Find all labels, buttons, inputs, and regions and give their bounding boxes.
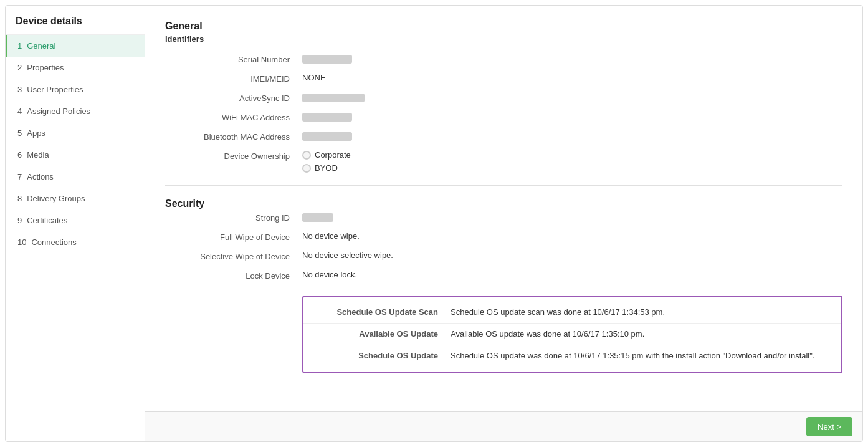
- activesync-redacted: [302, 94, 365, 102]
- sidebar-item-actions[interactable]: 7 Actions: [6, 166, 145, 188]
- activesync-value: [302, 92, 842, 102]
- lock-device-label: Lock Device: [165, 270, 302, 281]
- schedule-scan-value: Schedule OS update scan was done at 10/6…: [451, 307, 831, 318]
- imei-row: IMEI/MEID NONE: [165, 73, 842, 84]
- imei-value: NONE: [302, 73, 842, 82]
- bluetooth-value: [302, 131, 842, 141]
- ownership-row: Device Ownership Corporate BYOD: [165, 150, 842, 173]
- nav-number-3: 3: [17, 85, 22, 94]
- available-update-value: Available OS update was done at 10/6/17 …: [451, 329, 831, 340]
- general-section: General Identifiers Serial Number IMEI/M…: [165, 21, 842, 173]
- strong-id-row: Strong ID: [165, 212, 842, 223]
- nav-number-2: 2: [17, 63, 22, 72]
- security-section: Security Strong ID Full Wipe of Device N…: [165, 198, 842, 373]
- ownership-label: Device Ownership: [165, 150, 302, 161]
- sidebar: Device details 1 General 2 Properties 3 …: [6, 6, 145, 441]
- sidebar-item-assigned-policies[interactable]: 4 Assigned Policies: [6, 100, 145, 122]
- imei-label: IMEI/MEID: [165, 73, 302, 84]
- highlight-section: Schedule OS Update Scan Schedule OS upda…: [165, 289, 842, 373]
- full-wipe-value: No device wipe.: [302, 231, 842, 241]
- sidebar-item-delivery-groups[interactable]: 8 Delivery Groups: [6, 188, 145, 209]
- sidebar-item-certificates[interactable]: 9 Certificates: [6, 209, 145, 231]
- sidebar-item-media[interactable]: 6 Media: [6, 144, 145, 166]
- nav-number-9: 9: [17, 216, 22, 225]
- nav-label-connections: Connections: [31, 238, 76, 247]
- nav-label-media: Media: [27, 150, 49, 160]
- sidebar-item-apps[interactable]: 5 Apps: [6, 122, 145, 144]
- strong-id-redacted: [302, 213, 333, 222]
- highlight-box: Schedule OS Update Scan Schedule OS upda…: [302, 296, 842, 373]
- bluetooth-redacted: [302, 132, 352, 141]
- next-button[interactable]: Next >: [806, 417, 852, 436]
- identifiers-subtitle: Identifiers: [165, 34, 842, 44]
- nav-label-actions: Actions: [27, 172, 54, 181]
- selective-wipe-label: Selective Wipe of Device: [165, 251, 302, 261]
- selective-wipe-value: No device selective wipe.: [302, 251, 842, 260]
- serial-number-redacted: [302, 55, 352, 64]
- ownership-radio-group: Corporate BYOD: [302, 150, 842, 173]
- nav-label-general: General: [27, 41, 55, 50]
- security-title: Security: [165, 198, 842, 209]
- nav-number-1: 1: [17, 41, 22, 50]
- selective-wipe-row: Selective Wipe of Device No device selec…: [165, 251, 842, 261]
- radio-byod: BYOD: [302, 163, 842, 173]
- schedule-scan-row: Schedule OS Update Scan Schedule OS upda…: [303, 302, 841, 323]
- available-update-label: Available OS Update: [313, 329, 451, 339]
- serial-number-value: [302, 54, 842, 64]
- radio-corporate-circle: [302, 151, 311, 160]
- schedule-scan-label: Schedule OS Update Scan: [313, 307, 451, 317]
- nav-label-properties: Properties: [27, 63, 64, 72]
- nav-number-10: 10: [17, 238, 26, 247]
- nav-label-certificates: Certificates: [27, 216, 67, 225]
- sidebar-item-user-properties[interactable]: 3 User Properties: [6, 79, 145, 100]
- nav-label-delivery-groups: Delivery Groups: [27, 194, 85, 203]
- wifi-redacted: [302, 113, 352, 122]
- nav-label-apps: Apps: [27, 128, 45, 138]
- nav-number-6: 6: [17, 150, 22, 160]
- nav-number-4: 4: [17, 107, 22, 116]
- sidebar-item-connections[interactable]: 10 Connections: [6, 231, 145, 253]
- wifi-value: [302, 112, 842, 122]
- bluetooth-row: Bluetooth MAC Address: [165, 131, 842, 142]
- serial-number-row: Serial Number: [165, 54, 842, 64]
- nav-label-user-properties: User Properties: [27, 85, 83, 94]
- nav-number-7: 7: [17, 172, 22, 181]
- activesync-label: ActiveSync ID: [165, 92, 302, 103]
- activesync-row: ActiveSync ID: [165, 92, 842, 103]
- radio-corporate: Corporate: [302, 150, 842, 160]
- sidebar-title: Device details: [6, 6, 145, 35]
- sidebar-item-general[interactable]: 1 General: [6, 35, 145, 57]
- serial-number-label: Serial Number: [165, 54, 302, 64]
- nav-label-assigned-policies: Assigned Policies: [27, 107, 90, 116]
- radio-corporate-label: Corporate: [315, 150, 351, 160]
- footer: Next >: [145, 411, 862, 441]
- section-divider-1: [165, 185, 842, 186]
- main-content: General Identifiers Serial Number IMEI/M…: [145, 6, 862, 411]
- nav-number-5: 5: [17, 128, 22, 138]
- strong-id-label: Strong ID: [165, 212, 302, 223]
- nav-number-8: 8: [17, 194, 22, 203]
- general-title: General: [165, 21, 842, 32]
- schedule-update-value: Schedule OS update was done at 10/6/17 1…: [451, 350, 831, 362]
- full-wipe-row: Full Wipe of Device No device wipe.: [165, 231, 842, 242]
- radio-byod-circle: [302, 164, 311, 173]
- wifi-row: WiFi MAC Address: [165, 112, 842, 122]
- radio-byod-label: BYOD: [315, 163, 338, 173]
- strong-id-value: [302, 212, 842, 222]
- wifi-label: WiFi MAC Address: [165, 112, 302, 122]
- lock-device-value: No device lock.: [302, 270, 842, 279]
- sidebar-item-properties[interactable]: 2 Properties: [6, 57, 145, 79]
- available-update-row: Available OS Update Available OS update …: [303, 323, 841, 345]
- full-wipe-label: Full Wipe of Device: [165, 231, 302, 242]
- bluetooth-label: Bluetooth MAC Address: [165, 131, 302, 142]
- schedule-update-row: Schedule OS Update Schedule OS update wa…: [303, 345, 841, 367]
- schedule-update-label: Schedule OS Update: [313, 350, 451, 360]
- ownership-value: Corporate BYOD: [302, 150, 842, 173]
- lock-device-row: Lock Device No device lock.: [165, 270, 842, 281]
